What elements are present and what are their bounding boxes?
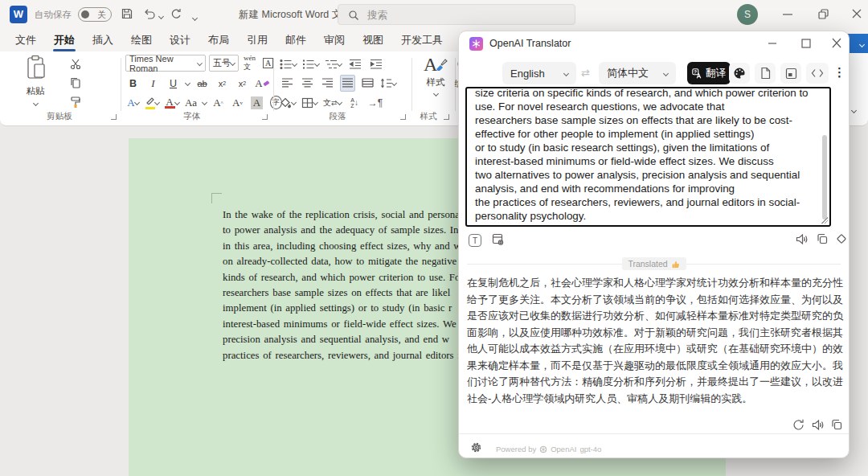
document-translate-button[interactable]	[755, 63, 776, 84]
numbering-button[interactable]	[302, 55, 319, 72]
grow-font-button[interactable]: A^	[211, 94, 226, 111]
margin-crop-mark	[211, 193, 222, 203]
ribbon-tab[interactable]: 引用	[238, 29, 276, 51]
textarea-resize-handle[interactable]	[821, 217, 828, 224]
word-minimize-button[interactable]	[780, 6, 796, 23]
bullets-dropdown-icon	[292, 61, 297, 67]
status-badge-text: Translated	[628, 257, 667, 270]
translation-output[interactable]: 在复制危机之后，社会心理学家和人格心理学家对统计功效分析和样本量的充分性给予了更…	[467, 275, 843, 407]
ribbon-tab[interactable]: 开始	[45, 29, 84, 51]
ribbon-tab[interactable]: 绘图	[122, 29, 161, 51]
styles-dialog-launcher[interactable]	[444, 114, 449, 120]
distribute-button[interactable]	[360, 75, 375, 92]
font-size-tool-button[interactable]: T	[467, 232, 483, 248]
clear-input-button[interactable]	[833, 232, 850, 248]
copy-source-button[interactable]	[814, 232, 830, 248]
shading-button[interactable]	[280, 94, 296, 111]
ribbon-tab[interactable]: 设计	[161, 29, 199, 51]
format-painter-button[interactable]	[68, 93, 83, 110]
swap-languages-button[interactable]: ⇄	[581, 67, 590, 79]
brand-label: OpenAI	[551, 445, 576, 453]
font-color-button[interactable]: A	[164, 94, 179, 111]
translator-maximize-button[interactable]	[798, 35, 814, 51]
gear-icon	[470, 441, 482, 453]
clear-formatting-button[interactable]: A	[255, 75, 270, 92]
source-language-select[interactable]: English	[502, 62, 576, 84]
word-close-button[interactable]	[849, 6, 865, 23]
target-language-select[interactable]: 简体中文	[599, 62, 676, 84]
paragraph-dialog-launcher[interactable]	[400, 114, 406, 120]
underline-button[interactable]: U	[166, 75, 181, 92]
settings-button[interactable]	[470, 441, 482, 457]
textarea-scrollbar[interactable]	[822, 135, 827, 220]
screenshot-ocr-button[interactable]	[780, 63, 801, 84]
autosave-toggle[interactable]: 关	[78, 7, 112, 22]
copy-translation-button[interactable]	[830, 418, 845, 433]
ribbon-tab[interactable]: 布局	[199, 29, 238, 51]
highlight-button[interactable]	[145, 94, 160, 111]
theme-button[interactable]	[729, 63, 750, 84]
undo-button[interactable]	[143, 7, 163, 22]
strikethrough-button[interactable]: ab	[194, 75, 210, 92]
change-case-button[interactable]: Aa	[183, 94, 199, 111]
text-T-icon: T	[469, 234, 481, 247]
shrink-font-button[interactable]: Av	[230, 94, 245, 111]
more-menu-button[interactable]: ⋮	[833, 65, 845, 80]
bullet-list-icon	[280, 59, 293, 70]
copy-button[interactable]	[68, 74, 83, 91]
source-text-line: or to study (in basic research settings)…	[475, 141, 821, 154]
cut-button[interactable]	[68, 55, 83, 72]
font-size-select[interactable]: 五号	[209, 55, 239, 72]
ribbon-collapse-button[interactable]	[852, 103, 856, 117]
ribbon-tab[interactable]: 插入	[84, 29, 122, 51]
superscript-button[interactable]: x2	[235, 75, 250, 92]
clipboard-dialog-launcher[interactable]	[111, 114, 117, 120]
translator-close-button[interactable]	[829, 35, 845, 51]
italic-button[interactable]: I	[145, 75, 161, 92]
increase-indent-button[interactable]	[368, 55, 383, 72]
character-shading-button[interactable]: A	[249, 94, 264, 111]
speak-translation-button[interactable]	[811, 418, 825, 433]
speak-source-button[interactable]	[793, 232, 809, 248]
format-painter-icon	[69, 96, 82, 109]
paste-button[interactable]: 粘贴	[14, 55, 56, 108]
regenerate-button[interactable]	[792, 418, 806, 433]
toolbar-more-button[interactable]	[193, 10, 197, 25]
decrease-indent-button[interactable]	[347, 55, 362, 72]
redo-button[interactable]	[170, 7, 183, 22]
ribbon-tab[interactable]: 开发工具	[392, 29, 452, 51]
ribbon-tab[interactable]: 视图	[354, 29, 392, 51]
code-button[interactable]	[806, 63, 829, 84]
align-left-button[interactable]	[280, 75, 295, 92]
bold-button[interactable]: B	[125, 75, 141, 92]
account-avatar[interactable]: S	[737, 4, 758, 25]
align-right-button[interactable]	[320, 75, 335, 92]
asian-layout-button[interactable]: 文⇄	[323, 94, 342, 111]
bullets-button[interactable]	[280, 55, 297, 72]
sort-button[interactable]: AZ↓	[347, 94, 362, 111]
font-name-select[interactable]: Times New Roman	[125, 55, 206, 72]
source-text-input[interactable]: size criteria on specific kinds of resea…	[465, 87, 831, 227]
multilevel-list-button[interactable]	[325, 55, 342, 72]
line-spacing-button[interactable]	[380, 75, 396, 92]
ribbon-tab[interactable]: 审阅	[315, 29, 354, 51]
source-text-line: use. For novel research questions, we ad…	[475, 100, 821, 113]
search-input[interactable]: 搜索	[338, 4, 575, 25]
history-button[interactable]	[489, 232, 506, 248]
justify-button[interactable]	[340, 75, 355, 92]
font-dialog-launcher[interactable]	[262, 114, 268, 120]
translator-minimize-button[interactable]	[764, 35, 780, 51]
text-effects-button[interactable]: A	[125, 94, 141, 111]
subscript-button[interactable]: x2	[215, 75, 230, 92]
borders-button[interactable]	[301, 94, 317, 111]
ribbon-tab[interactable]: 邮件	[276, 29, 315, 51]
translator-footer: Powered by OpenAI gpt-4o	[459, 433, 849, 458]
word-restore-button[interactable]	[815, 6, 831, 23]
translate-button[interactable]: 翻译	[687, 62, 731, 84]
ribbon-tab[interactable]: 文件	[6, 29, 45, 51]
source-text-line: two alternatives to power analysis, prec…	[475, 168, 821, 182]
show-marks-button[interactable]: →¶	[368, 94, 383, 111]
save-button[interactable]	[121, 7, 133, 22]
phonetic-guide-button[interactable]: wén文	[242, 55, 257, 72]
align-center-button[interactable]	[300, 75, 315, 92]
